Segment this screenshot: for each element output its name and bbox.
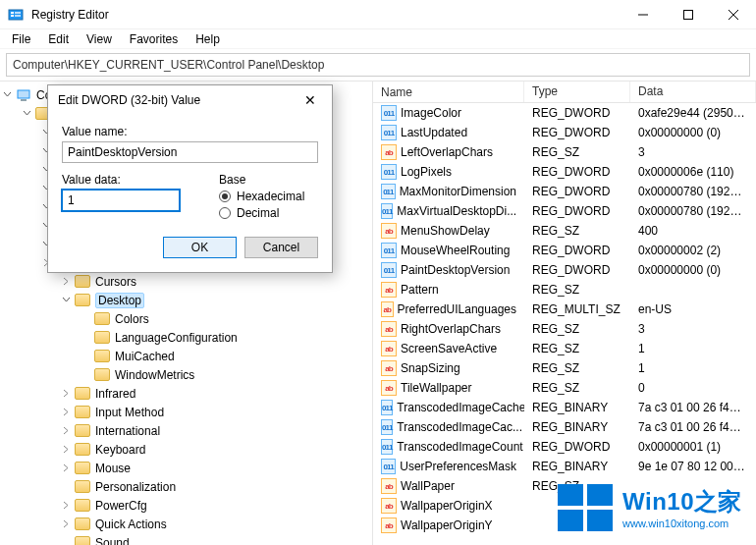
value-row[interactable]: abTileWallpaperREG_SZ0 (373, 378, 756, 398)
value-row[interactable]: abPreferredUILanguagesREG_MULTI_SZen-US (373, 300, 756, 319)
value-row[interactable]: 011LogPixelsREG_DWORD0x0000006e (110) (373, 162, 756, 182)
chevron-icon[interactable] (59, 406, 73, 419)
chevron-icon[interactable] (59, 518, 73, 531)
chevron-icon[interactable] (59, 424, 73, 438)
chevron-icon[interactable] (59, 275, 73, 289)
tree-item[interactable]: WindowMetrics (0, 365, 372, 384)
value-data-field[interactable] (62, 190, 180, 211)
tree-item[interactable]: LanguageConfiguration (0, 328, 372, 347)
col-data[interactable]: Data (630, 82, 756, 102)
value-row[interactable]: 011TranscodedImageCacheREG_BINARY7a c3 0… (373, 398, 756, 417)
tree-label: MuiCached (115, 350, 175, 363)
tree-label: Keyboard (95, 443, 145, 457)
menu-favorites[interactable]: Favorites (122, 30, 186, 48)
binary-value-icon: 011 (381, 400, 393, 415)
chevron-icon[interactable] (59, 443, 73, 457)
tree-item[interactable]: Input Method (0, 403, 372, 421)
binary-value-icon: 011 (381, 203, 393, 219)
value-data: 1 (630, 342, 756, 355)
menu-help[interactable]: Help (188, 30, 228, 48)
svg-rect-3 (15, 12, 21, 14)
list-header: Name Type Data (373, 82, 756, 103)
svg-rect-10 (21, 99, 27, 101)
radio-hexadecimal[interactable]: Hexadecimal (219, 190, 304, 203)
computer-icon (16, 87, 31, 103)
value-type: REG_SZ (524, 381, 630, 395)
value-row[interactable]: 011MaxVirtualDesktopDi...REG_DWORD0x0000… (373, 201, 756, 221)
binary-value-icon: 011 (381, 164, 397, 180)
string-value-icon: ab (381, 301, 394, 317)
value-row[interactable]: abMenuShowDelayREG_SZ400 (373, 221, 756, 241)
folder-icon (94, 312, 110, 325)
menu-view[interactable]: View (79, 30, 120, 48)
cancel-button[interactable]: Cancel (244, 237, 318, 258)
value-data: 3 (630, 145, 756, 159)
value-name: UserPreferencesMask (400, 460, 516, 473)
value-name: ScreenSaveActive (401, 342, 497, 355)
ok-button[interactable]: OK (163, 237, 237, 258)
tree-item[interactable]: Desktop (0, 291, 372, 309)
tree-item[interactable]: Colors (0, 309, 372, 328)
value-data-label: Value data: (62, 173, 180, 187)
chevron-icon[interactable] (59, 462, 73, 475)
value-name: PreferredUILanguages (398, 302, 516, 316)
dialog-close-icon[interactable]: ✕ (298, 92, 322, 108)
binary-value-icon: 011 (381, 459, 396, 474)
tree-item[interactable]: Mouse (0, 459, 372, 477)
tree-item[interactable]: MuiCached (0, 347, 372, 365)
value-row[interactable]: 011ImageColorREG_DWORD0xafe29e44 (2950… (373, 103, 756, 123)
tree-item[interactable]: Personalization (0, 477, 372, 496)
value-row[interactable]: 011MouseWheelRoutingREG_DWORD0x00000002 … (373, 241, 756, 260)
value-name: TranscodedImageCac... (397, 420, 522, 434)
radio-hex-label: Hexadecimal (237, 190, 304, 203)
value-row[interactable]: abRightOverlapCharsREG_SZ3 (373, 319, 756, 339)
value-row[interactable]: abSnapSizingREG_SZ1 (373, 358, 756, 378)
tree-item[interactable]: Keyboard (0, 440, 372, 459)
value-row[interactable]: abWallPaperREG_SZ (373, 476, 756, 496)
value-data: 0x00000780 (192… (630, 204, 756, 218)
tree-item[interactable]: PowerCfg (0, 496, 372, 515)
tree-label: Input Method (95, 406, 164, 419)
value-row[interactable]: 011UserPreferencesMaskREG_BINARY9e 1e 07… (373, 457, 756, 476)
value-row[interactable]: 011MaxMonitorDimensionREG_DWORD0x0000078… (373, 182, 756, 201)
folder-icon (75, 480, 90, 493)
chevron-icon[interactable] (0, 88, 14, 102)
menu-file[interactable]: File (4, 30, 38, 48)
value-type: REG_DWORD (524, 244, 630, 257)
tree-label: Personalization (95, 480, 176, 494)
value-name: Pattern (401, 283, 439, 297)
maximize-button[interactable] (666, 0, 711, 29)
chevron-icon[interactable] (20, 107, 33, 121)
tree-item[interactable]: Quick Actions (0, 515, 372, 533)
chevron-icon[interactable] (59, 294, 73, 307)
close-button[interactable] (711, 0, 756, 29)
tree-label: WindowMetrics (115, 368, 194, 382)
menu-edit[interactable]: Edit (40, 30, 77, 48)
value-row[interactable]: 011PaintDesktopVersionREG_DWORD0x0000000… (373, 260, 756, 280)
value-name-field[interactable] (62, 141, 318, 163)
chevron-icon[interactable] (59, 499, 73, 513)
value-row[interactable]: abWallpaperOriginY (373, 516, 756, 535)
value-row[interactable]: abScreenSaveActiveREG_SZ1 (373, 339, 756, 358)
radio-decimal[interactable]: Decimal (219, 206, 304, 220)
tree-item[interactable]: Sound (0, 533, 372, 545)
value-row[interactable]: abPatternREG_SZ (373, 280, 756, 300)
col-type[interactable]: Type (524, 82, 630, 102)
tree-item[interactable]: International (0, 421, 372, 440)
value-row[interactable]: abLeftOverlapCharsREG_SZ3 (373, 142, 756, 162)
value-row[interactable]: abWallpaperOriginX (373, 496, 756, 516)
string-value-icon: ab (381, 478, 397, 494)
chevron-icon[interactable] (59, 387, 73, 401)
folder-icon (75, 424, 90, 437)
col-name[interactable]: Name (373, 82, 524, 102)
binary-value-icon: 011 (381, 125, 397, 140)
value-row[interactable]: 011TranscodedImageCountREG_DWORD0x000000… (373, 437, 756, 457)
value-row[interactable]: 011TranscodedImageCac...REG_BINARY7a c3 … (373, 417, 756, 437)
value-row[interactable]: 011LastUpdatedREG_DWORD0x00000000 (0) (373, 123, 756, 142)
tree-item[interactable]: Cursors (0, 272, 372, 291)
values-pane: Name Type Data 011ImageColorREG_DWORD0xa… (373, 82, 756, 545)
address-bar[interactable]: Computer\HKEY_CURRENT_USER\Control Panel… (6, 53, 750, 77)
minimize-button[interactable] (621, 0, 666, 29)
value-name: WallpaperOriginX (401, 499, 493, 513)
tree-item[interactable]: Infrared (0, 384, 372, 403)
